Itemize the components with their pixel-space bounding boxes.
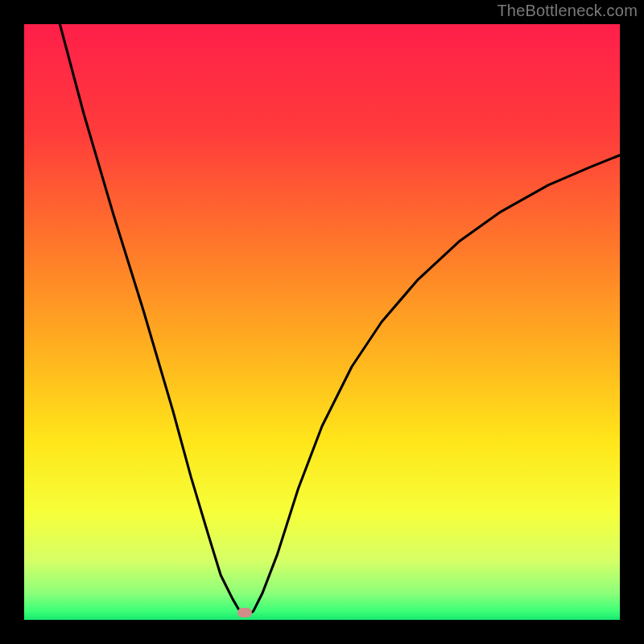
plot-area [24, 24, 620, 620]
watermark-label: TheBottleneck.com [497, 2, 638, 20]
optimal-marker-icon [237, 608, 252, 617]
chart-frame: TheBottleneck.com [0, 0, 644, 644]
bottleneck-curve [24, 24, 620, 620]
